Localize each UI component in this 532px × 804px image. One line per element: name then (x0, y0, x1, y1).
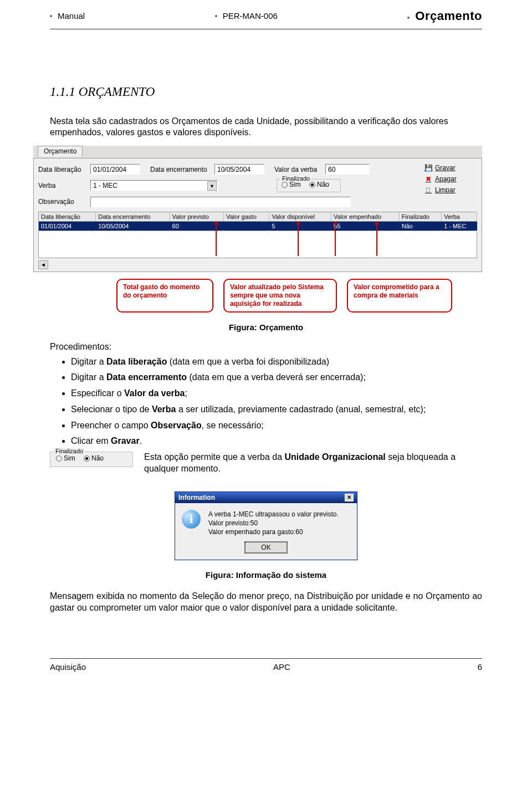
radio-sim-inline[interactable]: Sim (56, 454, 75, 462)
callout-valor-comprometido: Valor comprometido para a compra de mate… (347, 279, 452, 313)
header-mid: PER-MAN-006 (223, 11, 278, 21)
table-row[interactable]: 01/01/2004 10/05/2004 60 5 55 Não 1 - ME… (39, 221, 477, 231)
footer-left: Aquisição (50, 662, 86, 672)
finalizado-group: Finalizado Sim Não (277, 179, 341, 192)
dialog-title: Information (178, 494, 215, 501)
header-right: Orçamento (415, 9, 482, 23)
label-data-encerramento: Data encerramento (150, 166, 211, 173)
inline-fin-text-prefix: Esta opção permite que a verba da (144, 452, 285, 462)
input-data-encerramento[interactable]: 10/05/2004 (214, 164, 264, 175)
procedure-list: Digitar a Data liberação (data em que a … (50, 356, 482, 448)
radio-nao-inline[interactable]: Não (84, 454, 104, 462)
info-icon: i (182, 510, 201, 529)
apagar-button[interactable]: ✖ Apagar (424, 175, 477, 183)
gravar-button[interactable]: 💾 Gravar (424, 164, 477, 172)
delete-icon: ✖ (424, 175, 432, 183)
grid-col-3: Valor gasto (223, 212, 269, 221)
callouts: Total gasto do momento do orçamento Valo… (116, 279, 482, 313)
ok-button[interactable]: OK (245, 542, 287, 553)
finalizado-inline: Finalizado Sim Não (50, 452, 133, 467)
list-item: Especificar o Valor da verba; (71, 388, 482, 400)
input-data-liberacao[interactable]: 01/01/2004 (90, 164, 140, 175)
grid-col-6: Finalizado (399, 212, 441, 221)
list-item: Preencher o campo Observação, se necessá… (71, 420, 482, 432)
document-header: Manual PER-MAN-006 Orçamento (50, 11, 482, 29)
dialog-message: A verba 1-MEC ultrapassou o valor previs… (208, 510, 339, 537)
chevron-down-icon: ▼ (207, 181, 217, 191)
header-left: Manual (58, 11, 85, 21)
information-dialog: Information ✕ i A verba 1-MEC ultrapasso… (175, 491, 357, 561)
combo-verba[interactable]: 1 - MEC ▼ (90, 180, 218, 191)
intro-paragraph: Nesta tela são cadastrados os Orçamentos… (50, 116, 482, 138)
radio-nao[interactable]: Não (309, 181, 329, 188)
label-data-liberacao: Data liberação (38, 166, 87, 173)
tab-orcamento[interactable]: Orçamento (38, 146, 83, 157)
footer-mid: APC (273, 662, 290, 672)
grid-col-7: Verba (442, 212, 477, 221)
procedimentos-heading: Procedimentos: (50, 342, 482, 352)
bottom-paragraph: Mensagem exibida no momento da Seleção d… (50, 591, 482, 614)
document-footer: Aquisição APC 6 (50, 658, 482, 672)
orcamento-grid[interactable]: Data liberação Data encerramento Valor p… (38, 212, 477, 231)
list-item: Selecionar o tipo de Verba a ser utiliza… (71, 404, 482, 416)
figure-caption-2: Figura: Informação do sistema (50, 570, 482, 580)
callout-total-gasto: Total gasto do momento do orçamento (116, 279, 213, 313)
list-item: Digitar a Data liberação (data em que a … (71, 356, 482, 368)
orcamento-window: Orçamento Data liberação 01/01/2004 Data… (33, 146, 482, 272)
list-item: Digitar a Data encerramento (data em que… (71, 372, 482, 383)
input-valor-verba[interactable]: 60 (325, 164, 370, 175)
grid-col-1: Data encerramento (96, 212, 170, 221)
label-observacao: Observação (38, 198, 87, 206)
scroll-left-icon[interactable]: ◄ (38, 260, 48, 269)
close-icon[interactable]: ✕ (345, 494, 354, 501)
new-icon: 🗋 (424, 186, 432, 194)
label-valor-verba: Valor da verba (274, 166, 322, 173)
label-verba: Verba (38, 182, 87, 190)
grid-col-0: Data liberação (39, 212, 96, 221)
list-item: Clicar em Gravar. (71, 436, 482, 447)
figure-caption-1: Figura: Orçamento (50, 322, 482, 332)
section-title: 1.1.1 ORÇAMENTO (50, 85, 482, 99)
limpar-button[interactable]: 🗋 Limpar (424, 186, 477, 194)
grid-col-5: Valor empenhado (331, 212, 400, 221)
input-observacao[interactable] (90, 197, 351, 207)
radio-sim[interactable]: Sim (282, 181, 301, 188)
save-icon: 💾 (424, 164, 432, 172)
callout-valor-atualizado: Valor atualizado pelo Sistema sempre que… (223, 279, 337, 313)
footer-right: 6 (478, 662, 482, 672)
